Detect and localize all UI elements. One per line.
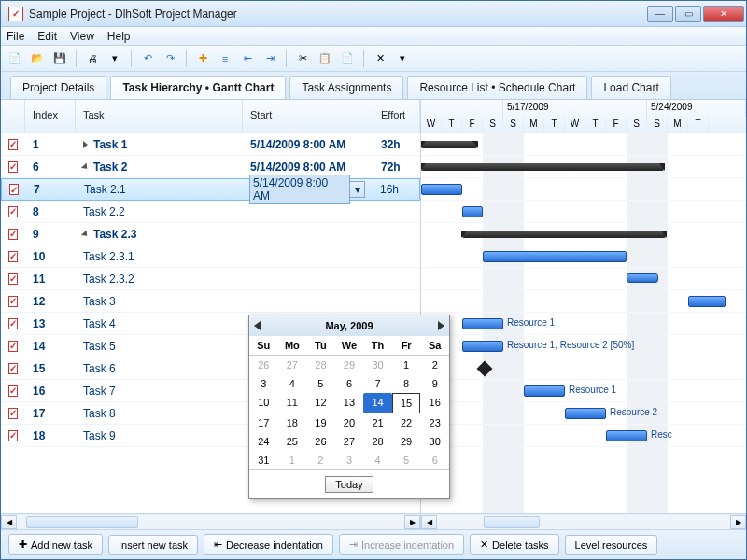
calendar-day[interactable]: 27 — [278, 356, 307, 374]
task-name-cell[interactable]: Task 2 — [76, 161, 243, 174]
calendar-day[interactable]: 17 — [249, 413, 278, 432]
task-name-cell[interactable]: Task 2.2 — [76, 205, 243, 218]
calendar-next-button[interactable] — [438, 321, 444, 330]
calendar-day[interactable]: 4 — [278, 374, 307, 393]
calendar-day[interactable]: 15 — [392, 393, 421, 413]
task-row[interactable]: ✓1Task 15/14/2009 8:00 AM32h — [1, 133, 420, 156]
calendar-day[interactable]: 25 — [278, 432, 307, 451]
task-name-cell[interactable]: Task 9 — [76, 429, 243, 442]
calendar-day[interactable]: 20 — [335, 413, 364, 432]
calendar-day[interactable]: 29 — [335, 356, 364, 374]
gantt-task-bar[interactable] — [524, 385, 565, 397]
gantt-summary-bar[interactable] — [421, 163, 664, 171]
calendar-day[interactable]: 27 — [335, 432, 364, 451]
decrease-indent-button[interactable]: ⇤Decrease indentation — [204, 534, 333, 555]
indent-icon[interactable]: ⇥ — [261, 50, 278, 67]
print-icon[interactable]: 🖨 — [84, 50, 101, 67]
task-name-cell[interactable]: Task 1 — [76, 138, 243, 151]
menu-help[interactable]: Help — [107, 30, 131, 43]
outdent-icon[interactable]: ⇤ — [239, 50, 256, 67]
calendar-day[interactable]: 6 — [335, 374, 364, 393]
gantt-task-bar[interactable] — [462, 318, 503, 329]
menu-edit[interactable]: Edit — [37, 30, 57, 43]
col-index[interactable]: Index — [25, 100, 76, 133]
col-effort[interactable]: Effort — [374, 100, 420, 133]
calendar-day[interactable]: 4 — [363, 451, 392, 469]
tab-project-details[interactable]: Project Details — [10, 76, 106, 99]
task-name-cell[interactable]: Task 2.3.1 — [76, 250, 243, 263]
insert-new-task-button[interactable]: Insert new task — [108, 535, 198, 555]
calendar-day[interactable]: 5 — [306, 374, 335, 393]
paste-icon[interactable]: 📄 — [339, 50, 356, 67]
dropdown2-icon[interactable]: ▾ — [394, 50, 411, 67]
task-name-cell[interactable]: Task 2.3 — [76, 228, 243, 241]
calendar-day[interactable]: 22 — [392, 413, 421, 432]
dropdown-icon[interactable]: ▾ — [350, 181, 365, 198]
task-name-cell[interactable]: Task 8 — [76, 407, 243, 420]
calendar-day[interactable]: 1 — [392, 356, 421, 374]
calendar-day[interactable]: 2 — [420, 356, 449, 374]
calendar-day[interactable]: 28 — [363, 432, 392, 451]
col-task[interactable]: Task — [76, 100, 243, 133]
grid-hscroll[interactable]: ◀ ▶ — [1, 513, 420, 529]
gantt-hscroll[interactable]: ◀ ▶ — [421, 513, 746, 529]
gantt-body[interactable]: Resource 1Resource 1, Resource 2 [50%]Re… — [421, 133, 746, 513]
cut-icon[interactable]: ✂ — [294, 50, 311, 67]
calendar-day[interactable]: 30 — [420, 432, 449, 451]
save-icon[interactable]: 💾 — [51, 50, 68, 67]
start-date-editor[interactable]: 5/14/2009 8:00 AM▾ — [249, 175, 365, 204]
redo-icon[interactable]: ↷ — [162, 50, 178, 67]
task-name-cell[interactable]: Task 4 — [76, 317, 243, 330]
maximize-button[interactable]: ▭ — [675, 6, 701, 22]
delete-tasks-button[interactable]: ✕Delete tasks — [470, 534, 559, 555]
calendar-day[interactable]: 6 — [420, 451, 449, 469]
start-cell[interactable]: 5/14/2009 8:00 AM — [243, 138, 374, 151]
menu-file[interactable]: File — [7, 30, 24, 43]
calendar-today-button[interactable]: Today — [325, 476, 373, 493]
calendar-day[interactable]: 18 — [278, 413, 307, 432]
calendar-day[interactable]: 3 — [335, 451, 364, 469]
calendar-day[interactable]: 14 — [363, 393, 392, 413]
insert-task-icon[interactable]: ≡ — [217, 50, 233, 67]
calendar-day[interactable]: 2 — [306, 451, 335, 469]
gantt-task-bar[interactable] — [565, 408, 606, 419]
effort-cell[interactable]: 16h — [373, 183, 419, 196]
increase-indent-button[interactable]: ⇥Increase indentation — [339, 534, 464, 555]
start-cell[interactable]: 5/14/2009 8:00 AM — [243, 161, 374, 174]
calendar-day[interactable]: 9 — [420, 374, 449, 393]
undo-icon[interactable]: ↶ — [139, 50, 156, 67]
calendar-day[interactable]: 19 — [306, 413, 335, 432]
tab-load-chart[interactable]: Load Chart — [591, 76, 670, 99]
gantt-task-bar[interactable] — [462, 206, 483, 217]
gantt-task-bar[interactable] — [627, 273, 658, 283]
collapse-icon[interactable] — [81, 162, 90, 171]
task-name-cell[interactable]: Task 3 — [76, 295, 243, 308]
task-row[interactable]: ✓11Task 2.3.2 — [1, 268, 420, 290]
collapse-icon[interactable] — [81, 230, 90, 238]
calendar-day[interactable]: 21 — [363, 413, 392, 432]
calendar-prev-button[interactable] — [254, 321, 261, 330]
dropdown-icon[interactable]: ▾ — [106, 50, 123, 67]
gantt-task-bar[interactable] — [462, 341, 503, 352]
open-icon[interactable]: 📂 — [29, 50, 46, 67]
calendar-day[interactable]: 5 — [392, 451, 421, 469]
calendar-day[interactable]: 16 — [420, 393, 449, 413]
calendar-day[interactable]: 11 — [278, 393, 307, 413]
calendar-day[interactable]: 8 — [392, 374, 421, 393]
calendar-day[interactable]: 10 — [249, 393, 278, 413]
gantt-task-bar[interactable] — [688, 296, 726, 307]
task-row[interactable]: ✓10Task 2.3.1 — [1, 245, 420, 268]
calendar-day[interactable]: 26 — [249, 356, 278, 374]
task-row[interactable]: ✓12Task 3 — [1, 290, 420, 313]
task-name-cell[interactable]: Task 7 — [76, 385, 243, 398]
tab-task-assignments[interactable]: Task Assignments — [289, 76, 403, 99]
calendar-day[interactable]: 1 — [278, 451, 307, 469]
gantt-task-bar[interactable] — [421, 184, 462, 195]
tab-resource-list[interactable]: Resource List • Schedule Chart — [407, 76, 587, 99]
calendar-day[interactable]: 7 — [363, 374, 392, 393]
new-icon[interactable]: 📄 — [7, 50, 23, 67]
task-name-cell[interactable]: Task 2.1 — [77, 183, 242, 196]
effort-cell[interactable]: 32h — [374, 138, 420, 151]
expand-icon[interactable] — [83, 141, 88, 148]
task-name-cell[interactable]: Task 2.3.2 — [76, 273, 243, 286]
